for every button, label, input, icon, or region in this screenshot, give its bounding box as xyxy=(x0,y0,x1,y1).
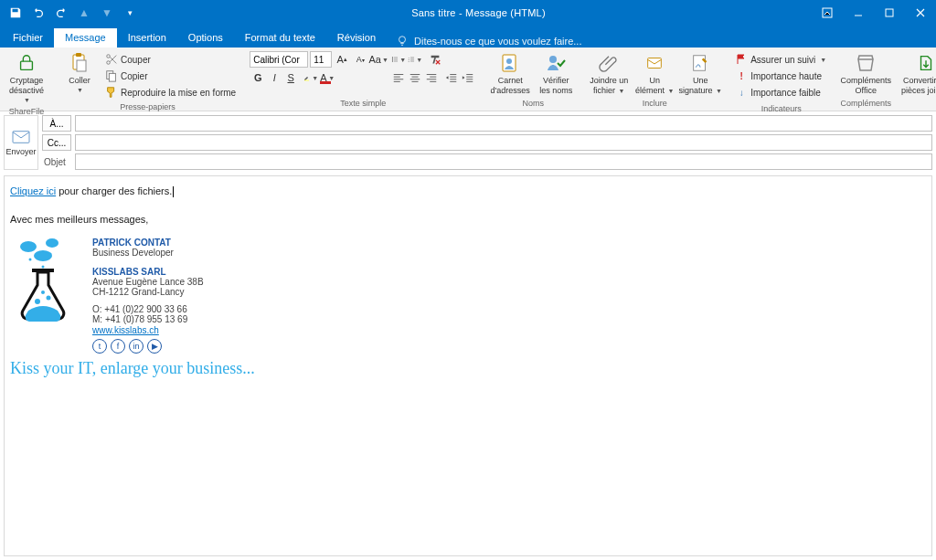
check-names-icon xyxy=(542,51,569,75)
svg-rect-2 xyxy=(886,9,893,16)
svg-text:3: 3 xyxy=(409,60,410,63)
cut-button[interactable]: Couper xyxy=(102,51,239,68)
paste-button[interactable]: Coller ▼ xyxy=(57,49,102,100)
align-right-icon[interactable] xyxy=(423,69,440,86)
tell-me-search[interactable]: Dites-nous ce que vous voulez faire... xyxy=(387,35,590,48)
subject-input[interactable] xyxy=(75,153,932,170)
sig-role: Business Developer xyxy=(92,248,204,258)
cc-input[interactable] xyxy=(75,134,932,151)
send-button[interactable]: Envoyer xyxy=(4,115,38,170)
svg-point-3 xyxy=(399,37,406,43)
svg-rect-24 xyxy=(13,132,29,143)
svg-point-8 xyxy=(107,61,111,65)
prev-item-icon[interactable]: ▲ xyxy=(74,3,94,23)
lock-icon xyxy=(13,51,40,75)
message-body-editor[interactable]: Cliquez ici pour charger des fichiers. A… xyxy=(4,175,932,556)
highlight-icon[interactable]: ▼ xyxy=(303,69,319,86)
group-label-addins: Compléments xyxy=(835,97,896,111)
to-input[interactable] xyxy=(75,115,932,132)
undo-icon[interactable] xyxy=(28,3,48,23)
group-addins: Compléments Office Compléments xyxy=(835,48,896,111)
address-book-icon xyxy=(496,51,524,75)
sig-company: KISSLABS SARL xyxy=(92,267,204,277)
underline-icon[interactable]: S xyxy=(282,69,299,86)
copy-button[interactable]: Copier xyxy=(102,68,239,84)
change-case-icon[interactable]: Aa▼ xyxy=(370,51,387,68)
paperclip-icon xyxy=(595,51,622,75)
align-center-icon[interactable] xyxy=(407,69,423,86)
svg-point-15 xyxy=(392,60,393,61)
italic-icon[interactable]: I xyxy=(266,69,282,86)
numbering-icon[interactable]: 123▼ xyxy=(407,51,423,68)
ribbon-display-icon[interactable] xyxy=(812,0,843,26)
clear-format-icon[interactable] xyxy=(427,51,443,68)
check-names-button[interactable]: Vérifier les noms xyxy=(533,49,579,97)
increase-indent-icon[interactable] xyxy=(460,69,476,86)
brush-icon xyxy=(105,86,118,99)
bullets-icon[interactable]: ▼ xyxy=(390,51,407,68)
next-item-icon[interactable]: ▼ xyxy=(97,3,117,23)
tab-insertion[interactable]: Insertion xyxy=(117,28,177,48)
grow-font-icon[interactable]: A▴ xyxy=(334,51,350,68)
sig-url-link[interactable]: www.kisslabs.ch xyxy=(92,325,159,335)
attach-item-icon xyxy=(641,51,668,75)
svg-point-29 xyxy=(49,253,52,256)
tab-file[interactable]: Fichier xyxy=(2,28,54,48)
svg-point-9 xyxy=(107,55,111,58)
font-size-input[interactable] xyxy=(310,51,332,68)
greeting-line: Avec mes meilleurs messages, xyxy=(10,214,926,225)
svg-point-13 xyxy=(392,57,393,58)
font-color-icon[interactable]: A▼ xyxy=(319,69,335,86)
low-importance-button[interactable]: ↓ Importance faible xyxy=(734,84,828,100)
address-book-button[interactable]: Carnet d'adresses xyxy=(487,49,533,97)
maximize-icon[interactable] xyxy=(874,0,905,26)
qat-customize-icon[interactable]: ▾ xyxy=(120,3,140,23)
linkedin-icon[interactable]: in xyxy=(129,339,144,354)
font-name-input[interactable] xyxy=(250,51,308,68)
svg-point-34 xyxy=(41,291,45,294)
upload-line: Cliquez ici pour charger des fichiers. xyxy=(10,185,926,197)
format-painter-button[interactable]: Reproduire la mise en forme xyxy=(102,84,239,100)
attach-file-button[interactable]: Joindre un fichier ▼ xyxy=(586,49,632,97)
save-icon[interactable] xyxy=(5,3,26,23)
attach-item-button[interactable]: Un élément ▼ xyxy=(632,49,677,97)
bold-icon[interactable]: G xyxy=(250,69,266,86)
cryptage-button[interactable]: Cryptage désactivé ▼ xyxy=(4,49,49,105)
youtube-icon[interactable]: ▶ xyxy=(147,339,162,354)
svg-rect-11 xyxy=(109,73,115,81)
svg-point-25 xyxy=(20,241,37,252)
group-names: Carnet d'adresses Vérifier les noms Noms xyxy=(484,48,582,111)
twitter-icon[interactable]: t xyxy=(92,339,107,354)
tab-review[interactable]: Révision xyxy=(326,28,387,48)
upload-link[interactable]: Cliquez ici xyxy=(10,185,56,196)
svg-point-20 xyxy=(506,58,512,64)
group-label-names: Noms xyxy=(484,97,582,111)
send-label: Envoyer xyxy=(5,147,36,156)
store-icon xyxy=(852,51,879,75)
facebook-icon[interactable]: f xyxy=(111,339,125,354)
tab-message[interactable]: Message xyxy=(54,28,117,48)
minimize-icon[interactable] xyxy=(843,0,874,26)
shrink-font-icon[interactable]: A▾ xyxy=(352,51,368,68)
group-font: A▴ A▾ Aa▼ G I S ▼ A▼ xyxy=(242,48,484,111)
signature-button[interactable]: Une signature ▼ xyxy=(677,49,723,97)
tab-options[interactable]: Options xyxy=(177,28,234,48)
svg-point-28 xyxy=(29,259,32,261)
cc-button[interactable]: Cc... xyxy=(42,134,71,151)
group-sharefile1: Cryptage désactivé ▼ ShareFile xyxy=(0,48,53,111)
close-icon[interactable] xyxy=(905,0,936,26)
align-left-icon[interactable] xyxy=(390,69,407,86)
svg-point-30 xyxy=(42,266,45,269)
follow-up-button[interactable]: Assurer un suivi▼ xyxy=(734,51,828,68)
decrease-indent-icon[interactable] xyxy=(443,69,460,86)
svg-point-14 xyxy=(392,58,393,59)
svg-rect-12 xyxy=(304,80,309,81)
high-importance-icon: ! xyxy=(736,71,747,81)
group-label-include: Inclure xyxy=(582,97,727,111)
tab-format[interactable]: Format du texte xyxy=(234,28,326,48)
upload-rest: pour charger des fichiers. xyxy=(56,185,172,196)
high-importance-button[interactable]: ! Importance haute xyxy=(734,68,828,84)
redo-icon[interactable] xyxy=(51,3,71,23)
office-addins-button[interactable]: Compléments Office xyxy=(839,49,892,97)
convert-attachments-button[interactable]: Convertir les pièces jointes xyxy=(899,49,936,105)
